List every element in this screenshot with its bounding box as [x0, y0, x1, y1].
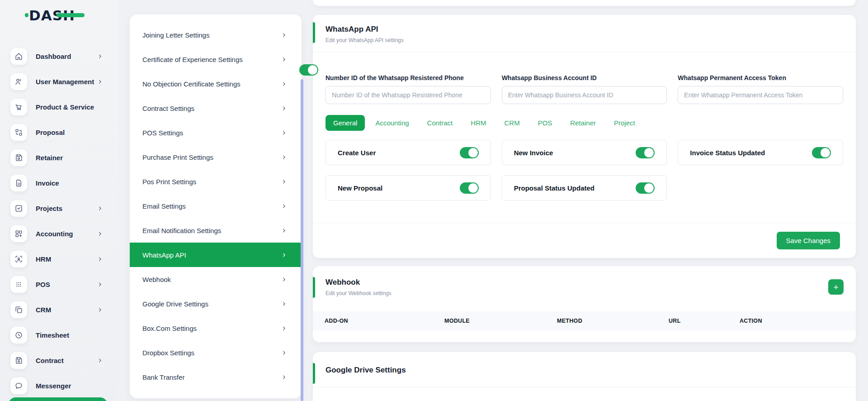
- settings-nav-item-label: Email Settings: [142, 202, 281, 210]
- notification-toggle-label: New Invoice: [514, 149, 553, 157]
- save-changes-button[interactable]: Save Changes: [777, 232, 840, 249]
- tab[interactable]: Retainer: [562, 115, 604, 131]
- settings-nav-item[interactable]: POS Settings: [130, 120, 302, 145]
- settings-nav-item[interactable]: Certificate of Experience Settings: [130, 47, 302, 72]
- sidebar-item[interactable]: Messenger: [0, 373, 118, 398]
- settings-nav-item[interactable]: No Objection Certificate Settings: [130, 72, 302, 96]
- settings-panel-scrollbar[interactable]: [301, 79, 303, 401]
- settings-nav-item[interactable]: Contract Settings: [130, 96, 302, 120]
- notification-toggle-label: Invoice Status Updated: [690, 149, 765, 157]
- sidebar-item[interactable]: Dashboard: [0, 43, 118, 69]
- sidebar-item-label: Product & Service: [36, 103, 97, 111]
- users-icon: [10, 73, 27, 90]
- settings-nav-item-label: Contract Settings: [142, 105, 281, 112]
- settings-nav-item[interactable]: Email Notification Settings: [130, 218, 302, 243]
- field-label: Whatsapp Permanent Access Token: [678, 74, 843, 81]
- chevron-right-icon: [281, 154, 287, 160]
- sidebar-bottom-button[interactable]: [8, 397, 108, 401]
- settings-nav-item[interactable]: Purchase Print Settings: [130, 145, 302, 169]
- chevron-right-icon: [281, 252, 287, 258]
- notification-toggle-card: New Proposal: [326, 175, 491, 200]
- card-accent-bar: [313, 277, 315, 298]
- sidebar-item[interactable]: HRM: [0, 246, 118, 272]
- sidebar-item-label: Retainer: [36, 154, 97, 162]
- sidebar-item[interactable]: Product & Service: [0, 94, 118, 119]
- tab[interactable]: General: [326, 115, 365, 131]
- settings-nav-item-label: Certificate of Experience Settings: [142, 56, 281, 63]
- notification-toggle[interactable]: [636, 147, 655, 158]
- tab[interactable]: Accounting: [368, 115, 416, 131]
- sidebar-item-label: CRM: [36, 306, 97, 314]
- chevron-right-icon: [281, 32, 287, 38]
- tab[interactable]: Contract: [420, 115, 461, 131]
- sidebar-item-label: Dashboard: [36, 53, 97, 60]
- settings-nav-item[interactable]: Google Drive Settings: [130, 291, 302, 316]
- settings-nav-item[interactable]: Box.Com Settings: [130, 316, 302, 340]
- chevron-right-icon: [281, 350, 287, 356]
- form-field: Whatsapp Business Account ID: [502, 74, 667, 104]
- sidebar-item[interactable]: Timesheet: [0, 322, 118, 348]
- tab[interactable]: POS: [530, 115, 560, 131]
- settings-nav-item[interactable]: Dropbox Settings: [130, 340, 302, 365]
- notification-toggle-label: Proposal Status Updated: [514, 184, 594, 192]
- tab[interactable]: Project: [606, 115, 643, 131]
- dots-grid-icon: [10, 276, 27, 293]
- webhook-table-column-header: ACTION: [740, 318, 856, 324]
- add-webhook-button[interactable]: +: [828, 279, 844, 295]
- whatsapp-api-card: WhatsApp API Edit your WhatsApp API sett…: [313, 15, 856, 258]
- notification-toggle-card: Invoice Status Updated: [678, 140, 843, 165]
- notification-toggle-card: Proposal Status Updated: [502, 175, 667, 200]
- webhook-table-column-header: ADD-ON: [325, 318, 444, 324]
- sidebar-item[interactable]: Contract: [0, 348, 118, 373]
- settings-nav-item[interactable]: Pos Print Settings: [130, 169, 302, 194]
- settings-nav-item[interactable]: Bank Transfer: [130, 365, 302, 389]
- chevron-right-icon: [97, 307, 103, 313]
- chevron-right-icon: [97, 282, 103, 287]
- sidebar-item[interactable]: Projects: [0, 196, 118, 221]
- sidebar-item[interactable]: Retainer: [0, 145, 118, 170]
- settings-nav-item[interactable]: Email Settings: [130, 194, 302, 218]
- tab[interactable]: CRM: [496, 115, 527, 131]
- chevron-right-icon: [97, 53, 103, 59]
- field-input[interactable]: [502, 86, 667, 104]
- whatsapp-enabled-toggle[interactable]: [299, 64, 318, 76]
- sidebar-item[interactable]: CRM: [0, 297, 118, 322]
- tab[interactable]: HRM: [463, 115, 494, 131]
- settings-nav-item-label: POS Settings: [142, 129, 281, 137]
- chevron-right-icon: [281, 57, 287, 62]
- user-scan-icon: [10, 251, 27, 267]
- sidebar-item[interactable]: User Management: [0, 69, 118, 94]
- notification-toggle[interactable]: [460, 182, 479, 194]
- sidebar-item[interactable]: Accounting: [0, 221, 118, 246]
- previous-card-edge: [313, 0, 856, 6]
- notification-toggle[interactable]: [636, 182, 655, 194]
- webhook-table-column-header: MODULE: [444, 318, 557, 324]
- webhook-card-title: Webhook: [326, 278, 843, 287]
- sidebar-item[interactable]: Invoice: [0, 170, 118, 196]
- sidebar-item[interactable]: POS: [0, 272, 118, 297]
- chevron-right-icon: [281, 277, 287, 282]
- chevron-right-icon: [281, 325, 287, 331]
- settings-nav-item-label: Email Notification Settings: [142, 227, 281, 234]
- sidebar-item-label: Proposal: [36, 129, 97, 136]
- card-accent-bar: [313, 363, 315, 384]
- sidebar-item-label: User Management: [36, 78, 97, 86]
- chevron-right-icon: [281, 203, 287, 209]
- chevron-right-icon: [97, 79, 103, 85]
- settings-nav-item[interactable]: Webhook: [130, 267, 302, 291]
- field-input[interactable]: [326, 86, 491, 104]
- app-logo[interactable]: DASH: [29, 7, 75, 24]
- settings-nav-item[interactable]: WhatsApp API: [130, 243, 302, 267]
- settings-nav-item-label: Webhook: [142, 276, 281, 283]
- notification-toggle[interactable]: [812, 147, 831, 158]
- settings-nav-item[interactable]: Joining Letter Settings: [130, 23, 302, 47]
- sidebar-item[interactable]: Proposal: [0, 119, 118, 145]
- field-input[interactable]: [678, 86, 843, 104]
- card-accent-bar: [313, 22, 315, 43]
- sidebar-item-label: Projects: [36, 205, 97, 212]
- settings-nav-item-label: Joining Letter Settings: [142, 31, 281, 39]
- grid-plus-icon: [10, 225, 27, 242]
- field-label: Number ID of the Whatsapp Resistered Pho…: [326, 74, 491, 81]
- notification-toggle[interactable]: [460, 147, 479, 158]
- whatsapp-card-footer: Save Changes: [313, 223, 856, 258]
